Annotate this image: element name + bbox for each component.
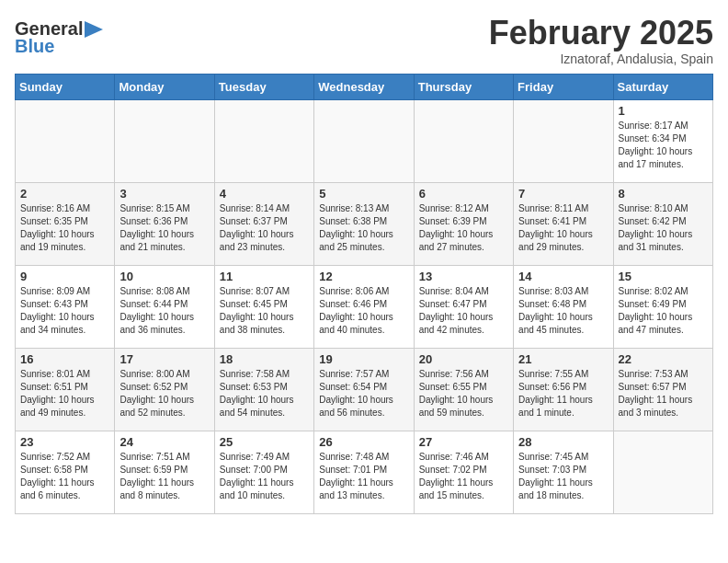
day-info: Sunrise: 8:07 AM Sunset: 6:45 PM Dayligh… — [220, 285, 309, 337]
title-section: February 2025 Iznatoraf, Andalusia, Spai… — [489, 15, 713, 66]
day-info: Sunrise: 7:52 AM Sunset: 6:58 PM Dayligh… — [20, 451, 109, 502]
day-number: 27 — [419, 435, 508, 449]
weekday-header-thursday: Thursday — [414, 74, 513, 99]
day-number: 16 — [20, 352, 109, 366]
calendar-cell — [414, 99, 513, 182]
day-number: 9 — [20, 270, 109, 283]
day-number: 20 — [419, 352, 508, 366]
day-info: Sunrise: 7:45 AM Sunset: 7:03 PM Dayligh… — [518, 451, 608, 502]
day-number: 19 — [319, 352, 408, 366]
svg-marker-0 — [85, 21, 103, 38]
day-info: Sunrise: 8:15 AM Sunset: 6:36 PM Dayligh… — [119, 202, 209, 254]
calendar-cell: 10Sunrise: 8:08 AM Sunset: 6:44 PM Dayli… — [115, 265, 214, 348]
calendar-cell: 15Sunrise: 8:02 AM Sunset: 6:49 PM Dayli… — [613, 265, 712, 348]
day-number: 4 — [220, 187, 309, 201]
calendar-table: SundayMondayTuesdayWednesdayThursdayFrid… — [15, 74, 713, 514]
calendar-cell: 5Sunrise: 8:13 AM Sunset: 6:38 PM Daylig… — [314, 182, 414, 265]
weekday-header-sunday: Sunday — [16, 74, 115, 99]
day-number: 1 — [619, 104, 708, 118]
logo-arrow-icon — [85, 21, 103, 38]
calendar-cell: 22Sunrise: 7:53 AM Sunset: 6:57 PM Dayli… — [613, 348, 712, 431]
calendar-cell — [314, 99, 414, 182]
day-info: Sunrise: 8:13 AM Sunset: 6:38 PM Dayligh… — [319, 202, 408, 254]
calendar-cell: 20Sunrise: 7:56 AM Sunset: 6:55 PM Dayli… — [414, 348, 513, 431]
day-info: Sunrise: 7:46 AM Sunset: 7:02 PM Dayligh… — [419, 451, 508, 502]
calendar-cell: 1Sunrise: 8:17 AM Sunset: 6:34 PM Daylig… — [613, 99, 712, 182]
calendar-cell: 6Sunrise: 8:12 AM Sunset: 6:39 PM Daylig… — [414, 182, 513, 265]
weekday-header-saturday: Saturday — [613, 74, 712, 99]
calendar-subtitle: Iznatoraf, Andalusia, Spain — [489, 52, 713, 66]
day-info: Sunrise: 7:55 AM Sunset: 6:56 PM Dayligh… — [518, 368, 608, 419]
day-number: 15 — [619, 270, 708, 283]
day-info: Sunrise: 7:57 AM Sunset: 6:54 PM Dayligh… — [319, 368, 408, 419]
calendar-cell: 3Sunrise: 8:15 AM Sunset: 6:36 PM Daylig… — [115, 182, 214, 265]
logo: General Blue — [15, 18, 103, 57]
day-info: Sunrise: 8:01 AM Sunset: 6:51 PM Dayligh… — [20, 368, 109, 419]
day-number: 18 — [220, 352, 309, 366]
calendar-cell — [16, 99, 115, 182]
calendar-title: February 2025 — [489, 15, 713, 52]
day-info: Sunrise: 8:00 AM Sunset: 6:52 PM Dayligh… — [119, 368, 209, 419]
day-number: 11 — [220, 270, 309, 283]
day-info: Sunrise: 8:16 AM Sunset: 6:35 PM Dayligh… — [20, 202, 109, 254]
calendar-cell: 12Sunrise: 8:06 AM Sunset: 6:46 PM Dayli… — [314, 265, 414, 348]
day-info: Sunrise: 8:09 AM Sunset: 6:43 PM Dayligh… — [20, 285, 109, 337]
calendar-cell: 8Sunrise: 8:10 AM Sunset: 6:42 PM Daylig… — [613, 182, 712, 265]
day-number: 21 — [518, 352, 608, 366]
calendar-week-row: 1Sunrise: 8:17 AM Sunset: 6:34 PM Daylig… — [16, 99, 713, 182]
page-header: General Blue February 2025 Iznatoraf, An… — [15, 15, 713, 66]
day-info: Sunrise: 7:58 AM Sunset: 6:53 PM Dayligh… — [220, 368, 309, 419]
day-number: 23 — [20, 435, 109, 449]
weekday-header-monday: Monday — [115, 74, 214, 99]
day-number: 3 — [119, 187, 209, 201]
day-info: Sunrise: 7:51 AM Sunset: 6:59 PM Dayligh… — [119, 451, 209, 502]
day-info: Sunrise: 7:56 AM Sunset: 6:55 PM Dayligh… — [419, 368, 508, 419]
calendar-cell — [115, 99, 214, 182]
day-number: 14 — [518, 270, 608, 283]
day-info: Sunrise: 7:53 AM Sunset: 6:57 PM Dayligh… — [619, 368, 708, 419]
calendar-week-row: 9Sunrise: 8:09 AM Sunset: 6:43 PM Daylig… — [16, 265, 713, 348]
calendar-cell: 27Sunrise: 7:46 AM Sunset: 7:02 PM Dayli… — [414, 431, 513, 513]
day-info: Sunrise: 7:48 AM Sunset: 7:01 PM Dayligh… — [319, 451, 408, 502]
weekday-header-tuesday: Tuesday — [214, 74, 313, 99]
calendar-cell: 7Sunrise: 8:11 AM Sunset: 6:41 PM Daylig… — [514, 182, 613, 265]
day-info: Sunrise: 8:04 AM Sunset: 6:47 PM Dayligh… — [419, 285, 508, 337]
calendar-week-row: 16Sunrise: 8:01 AM Sunset: 6:51 PM Dayli… — [16, 348, 713, 431]
calendar-cell: 21Sunrise: 7:55 AM Sunset: 6:56 PM Dayli… — [514, 348, 613, 431]
calendar-cell: 13Sunrise: 8:04 AM Sunset: 6:47 PM Dayli… — [414, 265, 513, 348]
day-info: Sunrise: 8:12 AM Sunset: 6:39 PM Dayligh… — [419, 202, 508, 254]
day-number: 2 — [20, 187, 109, 201]
weekday-header-row: SundayMondayTuesdayWednesdayThursdayFrid… — [16, 74, 713, 99]
day-info: Sunrise: 8:06 AM Sunset: 6:46 PM Dayligh… — [319, 285, 408, 337]
day-number: 12 — [319, 270, 408, 283]
day-number: 26 — [319, 435, 408, 449]
calendar-cell — [613, 431, 712, 513]
calendar-cell: 16Sunrise: 8:01 AM Sunset: 6:51 PM Dayli… — [16, 348, 115, 431]
day-number: 5 — [319, 187, 408, 201]
day-number: 8 — [619, 187, 708, 201]
day-info: Sunrise: 8:10 AM Sunset: 6:42 PM Dayligh… — [619, 202, 708, 254]
weekday-header-friday: Friday — [514, 74, 613, 99]
calendar-cell: 14Sunrise: 8:03 AM Sunset: 6:48 PM Dayli… — [514, 265, 613, 348]
calendar-week-row: 2Sunrise: 8:16 AM Sunset: 6:35 PM Daylig… — [16, 182, 713, 265]
day-info: Sunrise: 8:11 AM Sunset: 6:41 PM Dayligh… — [518, 202, 608, 254]
calendar-cell: 28Sunrise: 7:45 AM Sunset: 7:03 PM Dayli… — [514, 431, 613, 513]
day-number: 28 — [518, 435, 608, 449]
day-number: 10 — [119, 270, 209, 283]
day-info: Sunrise: 7:49 AM Sunset: 7:00 PM Dayligh… — [220, 451, 309, 502]
day-info: Sunrise: 8:03 AM Sunset: 6:48 PM Dayligh… — [518, 285, 608, 337]
day-info: Sunrise: 8:02 AM Sunset: 6:49 PM Dayligh… — [619, 285, 708, 337]
day-number: 24 — [119, 435, 209, 449]
calendar-cell: 19Sunrise: 7:57 AM Sunset: 6:54 PM Dayli… — [314, 348, 414, 431]
calendar-week-row: 23Sunrise: 7:52 AM Sunset: 6:58 PM Dayli… — [16, 431, 713, 513]
calendar-cell: 9Sunrise: 8:09 AM Sunset: 6:43 PM Daylig… — [16, 265, 115, 348]
day-number: 13 — [419, 270, 508, 283]
calendar-cell: 18Sunrise: 7:58 AM Sunset: 6:53 PM Dayli… — [214, 348, 313, 431]
calendar-cell: 11Sunrise: 8:07 AM Sunset: 6:45 PM Dayli… — [214, 265, 313, 348]
calendar-cell: 26Sunrise: 7:48 AM Sunset: 7:01 PM Dayli… — [314, 431, 414, 513]
day-info: Sunrise: 8:17 AM Sunset: 6:34 PM Dayligh… — [619, 120, 708, 171]
day-info: Sunrise: 8:14 AM Sunset: 6:37 PM Dayligh… — [220, 202, 309, 254]
calendar-cell: 23Sunrise: 7:52 AM Sunset: 6:58 PM Dayli… — [16, 431, 115, 513]
day-number: 17 — [119, 352, 209, 366]
day-info: Sunrise: 8:08 AM Sunset: 6:44 PM Dayligh… — [119, 285, 209, 337]
